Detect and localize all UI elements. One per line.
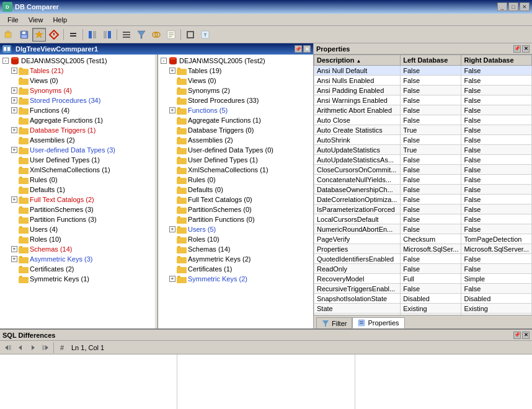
sql-hash-btn[interactable]: # (56, 342, 68, 353)
tab-properties[interactable]: Properties (352, 317, 404, 328)
left-tree-item-4[interactable]: + Functions (4) (1, 105, 154, 115)
left-tree-item-15[interactable]: Partition Functions (3) (1, 214, 154, 224)
left-expand-19[interactable]: + (11, 256, 17, 262)
left-expand-13[interactable]: + (11, 196, 17, 203)
left-expand-2[interactable]: + (11, 87, 17, 94)
right-tree-item-16[interactable]: + Users (5) (159, 224, 312, 234)
col-left-db[interactable]: Left Database (401, 55, 461, 66)
left-tree-item-6[interactable]: + Database Triggers (1) (1, 125, 154, 135)
props-row-17[interactable]: PageVerifyChecksumTomPageDetection (314, 234, 532, 244)
props-row-8[interactable]: AutoUpdateStatisticsTrueFalse (314, 145, 532, 155)
toolbar-square[interactable] (184, 28, 197, 42)
left-expand-18[interactable]: + (11, 246, 17, 252)
right-expand-16[interactable]: + (169, 226, 175, 232)
props-row-7[interactable]: AutoShrinkFalseFalse (314, 135, 532, 145)
left-tree-item-16[interactable]: Users (4) (1, 224, 154, 234)
toolbar-star[interactable] (32, 28, 46, 42)
left-tree-item-9[interactable]: User Defined Types (1) (1, 155, 154, 165)
close-button[interactable]: ✕ (520, 2, 530, 11)
right-tree-item-18[interactable]: Schemas (14) (159, 244, 312, 254)
right-tree-item-3[interactable]: Stored Procedures (33) (159, 95, 312, 105)
left-tree-item-20[interactable]: Certificates (2) (1, 264, 154, 274)
toolbar-text[interactable]: T (198, 28, 212, 42)
toolbar-stop[interactable] (47, 28, 61, 42)
props-row-16[interactable]: NumericRoundAbortEn...FalseFalse (314, 224, 532, 234)
right-tree-item-6[interactable]: Database Triggers (0) (159, 125, 312, 135)
left-tree-item-1[interactable]: Views (0) (1, 76, 154, 86)
left-tree-item-18[interactable]: + Schemas (14) (1, 244, 154, 254)
properties-table[interactable]: Description ▲ Left Database Right Databa… (314, 55, 532, 315)
props-row-12[interactable]: DatabaseOwnershipCh...FalseFalse (314, 185, 532, 195)
right-tree-item-17[interactable]: Roles (10) (159, 234, 312, 244)
tab-filter[interactable]: Filter (316, 317, 352, 328)
props-row-18[interactable]: PropertiesMicrosoft.SqlSer...Microsoft.S… (314, 244, 532, 254)
right-tree-item-2[interactable]: Synonyms (2) (159, 86, 312, 95)
right-root-node[interactable]: - DEJAN\MSSQL2005 (Test2) (159, 56, 312, 66)
props-row-14[interactable]: IsParameterizationForcedFalseFalse (314, 205, 532, 214)
props-row-3[interactable]: Ansi Warnings EnabledFalseFalse (314, 95, 532, 105)
left-tree-item-21[interactable]: Symmetric Keys (1) (1, 274, 154, 284)
toolbar-filter[interactable] (135, 28, 148, 42)
sql-middle-pane[interactable] (177, 354, 355, 409)
menu-view[interactable]: View (24, 15, 48, 25)
right-tree-item-21[interactable]: + Symmetric Keys (2) (159, 274, 312, 284)
left-expand-0[interactable]: + (11, 68, 17, 74)
toolbar-open[interactable] (2, 28, 16, 42)
props-row-20[interactable]: ReadOnlyFalseFalse (314, 264, 532, 274)
props-row-13[interactable]: DateCorrelationOptimiza...FalseFalse (314, 195, 532, 205)
toolbar-script[interactable] (164, 28, 178, 42)
left-tree-item-10[interactable]: XmlSchemaCollections (1) (1, 165, 154, 175)
toolbar-list[interactable] (120, 28, 133, 42)
sql-nav-first[interactable] (2, 342, 14, 353)
props-row-10[interactable]: CloseCursorsOnCommit...FalseFalse (314, 165, 532, 175)
minimize-button[interactable]: _ (497, 2, 507, 11)
sql-nav-prev[interactable] (15, 342, 26, 353)
props-row-9[interactable]: AutoUpdateStatisticsAs...FalseFalse (314, 155, 532, 165)
props-row-22[interactable]: RecursiveTriggersEnabl...FalseFalse (314, 284, 532, 294)
right-tree-item-0[interactable]: + Tables (19) (159, 66, 312, 76)
left-tree-item-11[interactable]: Rules (0) (1, 175, 154, 185)
right-tree-item-13[interactable]: Full Text Catalogs (0) (159, 195, 312, 205)
left-expand-4[interactable]: + (11, 107, 17, 113)
props-row-0[interactable]: Ansi Null DefaultFalseFalse (314, 66, 532, 76)
right-tree-item-14[interactable]: PartitionSchemes (0) (159, 205, 312, 214)
props-pin-button[interactable]: 📌 (513, 45, 521, 53)
left-tree-item-17[interactable]: Roles (10) (1, 234, 154, 244)
right-tree-item-19[interactable]: Asymmetric Keys (2) (159, 254, 312, 264)
sql-diff-pin-button[interactable]: 📌 (513, 332, 521, 339)
left-expand-3[interactable]: + (11, 97, 17, 103)
props-row-23[interactable]: SnapshotIsolationStateDisabledDisabled (314, 294, 532, 304)
props-row-2[interactable]: Ansi Padding EnabledFalseFalse (314, 86, 532, 95)
right-expand-0[interactable]: + (169, 68, 175, 74)
left-tree-item-0[interactable]: + Tables (21) (1, 66, 154, 76)
props-row-6[interactable]: Auto Create StatisticsTrueFalse (314, 125, 532, 135)
left-tree-item-2[interactable]: + Synonyms (4) (1, 86, 154, 95)
tree-panel-pin[interactable]: 📌 (295, 45, 302, 53)
right-expand-21[interactable]: + (169, 276, 175, 282)
maximize-button[interactable]: □ (508, 2, 518, 11)
right-tree[interactable]: - DEJAN\MSSQL2005 (Test2) + Tables (19) (158, 55, 313, 328)
props-row-24[interactable]: StateExistingExisting (314, 304, 532, 314)
toolbar-compare[interactable] (149, 28, 163, 42)
props-close-button[interactable]: ✕ (522, 45, 530, 53)
props-row-19[interactable]: QuotedIdentifiersEnabledFalseFalse (314, 254, 532, 264)
right-root-expand[interactable]: - (161, 58, 167, 64)
sql-right-pane[interactable] (355, 354, 532, 409)
left-tree-item-3[interactable]: + Stored Procedures (34) (1, 95, 154, 105)
left-root-node[interactable]: - DEJAN\MSSQL2005 (Test1) (1, 56, 154, 66)
sql-diff-close-button[interactable]: ✕ (522, 332, 530, 339)
toolbar-equals[interactable] (66, 28, 80, 42)
left-tree-item-12[interactable]: Defaults (1) (1, 185, 154, 195)
props-row-15[interactable]: LocalCursorsDefaultFalseFalse (314, 214, 532, 224)
right-tree-item-8[interactable]: User-defined Data Types (0) (159, 145, 312, 155)
right-tree-item-1[interactable]: Views (0) (159, 76, 312, 86)
right-tree-item-5[interactable]: Aggregate Functions (1) (159, 115, 312, 125)
right-tree-item-15[interactable]: Partition Functions (0) (159, 214, 312, 224)
right-tree-item-20[interactable]: Certificates (1) (159, 264, 312, 274)
right-expand-4[interactable]: + (169, 107, 175, 113)
left-tree-item-19[interactable]: + Asymmetric Keys (3) (1, 254, 154, 264)
left-root-expand[interactable]: - (2, 58, 9, 64)
right-tree-item-12[interactable]: Defaults (0) (159, 185, 312, 195)
sql-nav-next[interactable] (27, 342, 38, 353)
right-tree-item-11[interactable]: Rules (0) (159, 175, 312, 185)
